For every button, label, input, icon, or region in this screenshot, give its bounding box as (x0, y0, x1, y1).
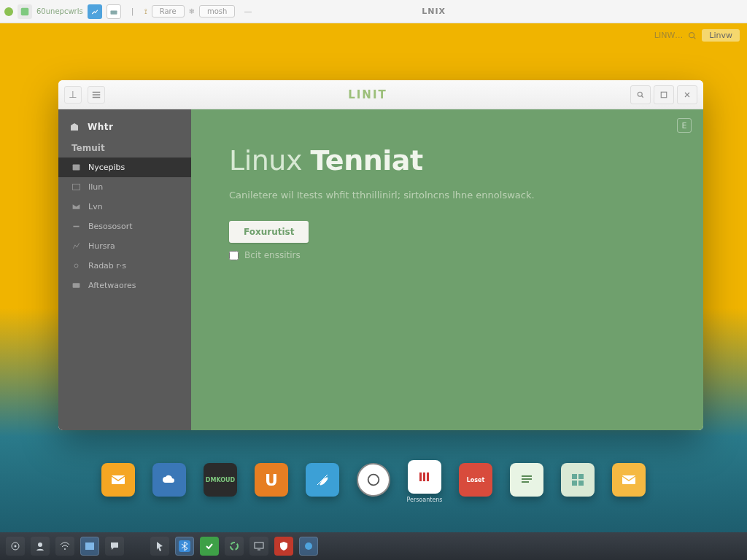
search-icon[interactable] (687, 31, 697, 41)
app-icon-3[interactable]: ⟟ (144, 7, 147, 16)
dashboard-app-icon: DMKOUD (204, 463, 237, 497)
dock-store-app[interactable]: Loset (454, 463, 498, 499)
sidebar-item-4[interactable]: Hursra (58, 236, 191, 256)
sidebar-item-2[interactable]: Lvn (58, 197, 191, 217)
window-title: LINIT (105, 88, 630, 101)
tb-files-icon[interactable] (80, 537, 99, 556)
sidebar-item-5-label: Radab r·s (88, 261, 126, 271)
svg-point-23 (38, 542, 42, 547)
desktop-status: LINW… Linvw (654, 29, 740, 42)
os-tab-2[interactable]: mosh (199, 5, 235, 18)
sidebar-item-6[interactable]: Aftetwaores (58, 276, 191, 295)
tb-monitor-icon[interactable] (249, 537, 268, 556)
dock-mail-app[interactable] (96, 463, 140, 499)
sidebar-item-1[interactable]: Ilun (58, 177, 191, 197)
svg-point-4 (638, 92, 642, 96)
files-app-icon (510, 463, 543, 497)
wc-search[interactable] (630, 85, 651, 104)
svg-point-24 (64, 548, 66, 550)
tb-check-icon[interactable] (200, 537, 219, 556)
svg-rect-15 (427, 472, 429, 481)
sidebar-item-5[interactable]: Radab r·s (58, 256, 191, 276)
dock-mail2-app[interactable] (607, 463, 651, 499)
dock-circle-app[interactable] (352, 463, 395, 499)
option-checkbox[interactable] (229, 251, 239, 260)
dock-files-app[interactable] (505, 463, 549, 499)
dock-browser-app[interactable] (301, 463, 344, 499)
sidebar-item-4-label: Hursra (88, 241, 115, 251)
tb-chat-icon[interactable] (105, 537, 124, 556)
dock-weather-app[interactable] (147, 463, 191, 499)
mail-app-icon (101, 463, 135, 497)
media-app-label: Persoantens (406, 497, 442, 503)
back-button[interactable]: ⊥ (64, 86, 82, 104)
svg-rect-11 (112, 475, 125, 484)
app-menu-icon[interactable] (18, 4, 32, 19)
svg-point-22 (15, 545, 17, 548)
sidebar-item-3[interactable]: Besososort (58, 217, 191, 236)
status-chip[interactable]: Linvw (702, 29, 740, 42)
tb-bluetooth-icon[interactable] (175, 537, 194, 556)
svg-point-3 (689, 32, 694, 37)
svg-rect-16 (572, 474, 577, 479)
separator-icon: | (125, 4, 140, 19)
titlebar: ⊥ LINIT (58, 80, 703, 109)
svg-rect-7 (73, 184, 80, 190)
dock-media-app[interactable]: Persoantens (403, 460, 446, 503)
dock-dashboard-app[interactable]: DMKOUD (198, 463, 242, 499)
dock-settings-app[interactable] (556, 463, 600, 499)
os-tab-1[interactable]: Rare (152, 5, 185, 18)
svg-rect-10 (73, 283, 80, 288)
app-window: ⊥ LINIT Whtr Temuit (58, 80, 703, 430)
status-label: LINW… (654, 31, 683, 40)
content-corner-badge[interactable]: E (677, 118, 692, 133)
tb-apps-icon[interactable] (6, 537, 25, 556)
sidebar-header-label: Whtr (88, 122, 113, 132)
app-icon-2[interactable] (107, 4, 121, 19)
status-dot-icon (4, 7, 13, 16)
app-dock: DMKOUDUPersoantensLoset (0, 451, 747, 512)
window-controls (630, 85, 697, 104)
browser-app-icon (306, 463, 339, 497)
action-row: Foxurutist (229, 221, 665, 243)
os-topbar: 60unepcwrls | ⟟ Rare ❄ mosh — LNIX (0, 0, 747, 23)
sidebar-item-0[interactable]: Nycepibs (58, 158, 191, 177)
maximize-button[interactable] (654, 85, 674, 104)
tb-wifi-icon[interactable] (55, 537, 74, 556)
content-heading: Linux Tenniat (229, 144, 665, 176)
tb-pointer-icon[interactable] (150, 537, 169, 556)
tb-globe-icon[interactable] (299, 537, 318, 556)
svg-rect-0 (21, 7, 29, 15)
sidebar-item-2-label: Lvn (88, 202, 103, 211)
app-icon-1[interactable] (88, 4, 102, 19)
svg-point-12 (368, 475, 379, 486)
svg-rect-8 (73, 226, 79, 228)
primary-button[interactable]: Foxurutist (229, 221, 309, 243)
tb-shield-icon[interactable] (274, 537, 293, 556)
settings-app-icon (561, 463, 595, 497)
dock-utility-app[interactable]: U (249, 463, 293, 499)
titlebar-left: ⊥ (64, 86, 105, 104)
tb-spinner-icon[interactable] (225, 537, 244, 556)
heading-part1: Linux (229, 144, 302, 176)
mail2-app-icon (612, 463, 646, 497)
circle-app-icon (357, 463, 390, 497)
svg-point-9 (74, 264, 78, 268)
app-icon-4: ❄ (189, 7, 195, 15)
svg-rect-5 (661, 92, 667, 98)
sidebar-header[interactable]: Whtr (58, 115, 191, 139)
tb-user-icon[interactable] (31, 537, 50, 556)
svg-point-27 (231, 542, 238, 550)
checkbox-label: Bcit enssitirs (244, 250, 301, 260)
checkbox-row[interactable]: Bcit enssitirs (229, 250, 665, 260)
svg-rect-28 (255, 542, 263, 548)
close-button[interactable] (677, 85, 697, 104)
content-subtitle: Caniletere wil Itests whfit tthnillinirl… (229, 190, 665, 201)
sidebar-item-3-label: Besososort (88, 222, 133, 231)
svg-rect-2 (110, 10, 117, 14)
svg-rect-17 (578, 474, 584, 479)
weather-app-icon (152, 463, 186, 497)
svg-rect-14 (423, 472, 425, 481)
svg-rect-6 (73, 164, 80, 170)
menu-button[interactable] (88, 86, 105, 104)
